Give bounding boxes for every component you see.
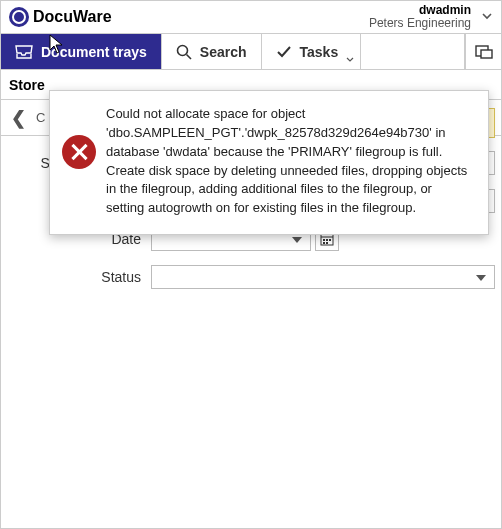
error-icon	[62, 135, 96, 169]
search-icon	[176, 44, 192, 60]
chevron-down-icon[interactable]	[346, 55, 354, 65]
nav-search[interactable]: Search	[162, 34, 262, 69]
brand-name: DocuWare	[33, 8, 112, 26]
tray-icon	[15, 45, 33, 59]
nav-viewer-button[interactable]	[465, 34, 501, 69]
nav-tasks-label: Tasks	[300, 44, 339, 60]
svg-rect-9	[326, 239, 328, 241]
user-org: Peters Engineering	[369, 17, 471, 30]
nav-bar: Document trays Search Tasks	[1, 34, 501, 70]
status-select[interactable]	[151, 265, 495, 289]
svg-rect-12	[326, 242, 328, 244]
row-status: Status	[1, 264, 495, 290]
check-icon	[276, 45, 292, 59]
brand: DocuWare	[9, 7, 112, 27]
svg-rect-10	[329, 239, 331, 241]
store-label: Store	[9, 77, 45, 93]
nav-search-label: Search	[200, 44, 247, 60]
viewer-icon	[475, 45, 493, 59]
svg-rect-3	[481, 50, 492, 58]
svg-line-1	[186, 54, 191, 59]
label-status: Status	[1, 269, 151, 285]
nav-spacer	[361, 34, 465, 69]
back-row-label: C	[36, 110, 45, 125]
chevron-down-icon[interactable]	[481, 9, 493, 25]
app-window: DocuWare dwadmin Peters Engineering Docu…	[0, 0, 502, 529]
title-bar: DocuWare dwadmin Peters Engineering	[1, 0, 501, 34]
svg-rect-11	[323, 242, 325, 244]
back-chevron-icon[interactable]: ❮	[11, 107, 26, 129]
error-message: Could not allocate space for object 'dbo…	[106, 105, 472, 218]
error-popover: Could not allocate space for object 'dbo…	[49, 90, 489, 235]
user-block[interactable]: dwadmin Peters Engineering	[369, 4, 475, 30]
svg-point-0	[177, 45, 187, 55]
nav-tasks[interactable]: Tasks	[262, 34, 362, 69]
nav-trays-label: Document trays	[41, 44, 147, 60]
nav-document-trays[interactable]: Document trays	[1, 34, 162, 69]
brand-logo-icon	[9, 7, 29, 27]
svg-rect-8	[323, 239, 325, 241]
